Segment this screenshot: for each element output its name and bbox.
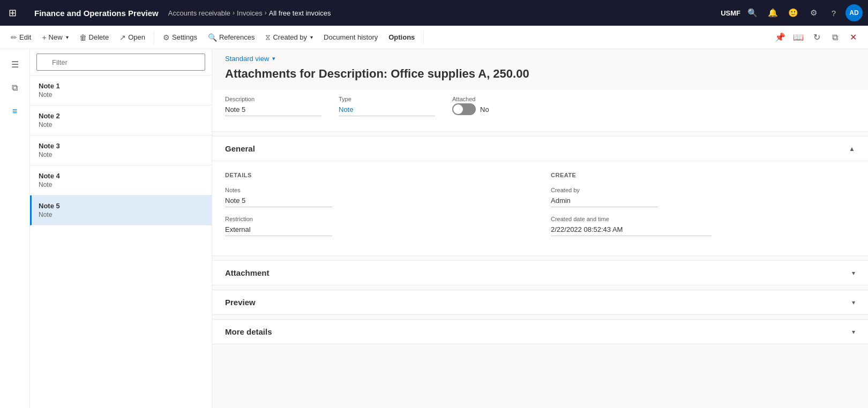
open-button[interactable]: ↗ Open — [115, 29, 149, 46]
created-date-field: Created date and time 2/22/2022 08:52:43… — [551, 216, 855, 236]
edit-icon: ✏ — [11, 33, 17, 42]
close-button[interactable]: ✕ — [844, 29, 862, 46]
note-item[interactable]: Note 2Note — [30, 105, 212, 135]
attachment-accordion: Attachment ▾ — [212, 260, 868, 285]
notes-value: Note 5 — [225, 194, 332, 207]
breadcrumb: Accounts receivable › Invoices › All fre… — [168, 9, 716, 17]
breadcrumb-current: All free text invoices — [269, 9, 331, 17]
created-by-button[interactable]: ⧖ Created by — [261, 29, 317, 46]
attached-label: Attached — [452, 96, 549, 102]
notes-field: Notes Note 5 — [225, 187, 529, 207]
general-accordion: General ▲ DETAILS Notes Note 5 Restricti… — [212, 136, 868, 256]
settings-button[interactable]: ⚙ Settings — [159, 29, 201, 46]
note-item[interactable]: Note 5Note — [30, 195, 212, 225]
left-panel: 🔍 Note 1NoteNote 2NoteNote 3NoteNote 4No… — [30, 49, 212, 408]
open-new-tab-button[interactable]: ⧉ — [826, 29, 843, 46]
note-item-subtitle: Note — [39, 181, 203, 188]
options-button[interactable]: Options — [384, 29, 419, 46]
note-item-subtitle: Note — [39, 151, 203, 158]
standard-view-label[interactable]: Standard view — [225, 55, 269, 63]
new-icon: + — [42, 33, 46, 42]
more-details-accordion-header[interactable]: More details ▾ — [212, 320, 868, 344]
general-chevron-icon: ▲ — [849, 145, 855, 153]
refresh-button[interactable]: ↻ — [808, 29, 825, 46]
main-layout: ☰ ⧉ ≡ 🔍 Note 1NoteNote 2NoteNote 3NoteNo… — [0, 49, 868, 408]
waffle-button[interactable]: ⊞ — [5, 3, 25, 22]
settings-nav-button[interactable]: ⚙ — [805, 4, 822, 21]
settings-icon: ⚙ — [163, 33, 170, 42]
app-title: Finance and Operations Preview — [29, 9, 164, 18]
preview-accordion-header[interactable]: Preview ▾ — [212, 290, 868, 315]
type-value[interactable]: Note — [339, 103, 435, 116]
created-by-value: Admin — [551, 194, 658, 207]
attachment-chevron-icon: ▾ — [852, 269, 855, 277]
preview-accordion: Preview ▾ — [212, 290, 868, 315]
created-by-label: Created by — [551, 187, 855, 193]
created-date-label: Created date and time — [551, 216, 855, 222]
top-nav: ⊞ Finance and Operations Preview Account… — [0, 0, 868, 26]
new-button[interactable]: + New — [38, 29, 72, 46]
note-item-title: Note 3 — [39, 142, 203, 150]
document-history-button[interactable]: Document history — [319, 29, 382, 46]
note-item-subtitle: Note — [39, 211, 203, 218]
attached-text: No — [480, 105, 489, 114]
smiley-button[interactable]: 🙂 — [784, 4, 802, 21]
create-col: CREATE Created by Admin Created date and… — [551, 172, 855, 245]
restriction-label: Restriction — [225, 216, 529, 222]
note-item[interactable]: Note 1Note — [30, 75, 212, 105]
filter-input[interactable] — [36, 54, 205, 71]
create-header: CREATE — [551, 172, 855, 178]
description-label: Description — [225, 96, 321, 102]
more-details-chevron-icon: ▾ — [852, 328, 855, 336]
top-right-nav: USMF 🔍 🔔 🙂 ⚙ ? AD — [721, 4, 863, 21]
action-bar: ✏ Edit + New 🗑 Delete ↗ Open ⚙ Settings … — [0, 26, 868, 49]
breadcrumb-invoices[interactable]: Invoices — [237, 9, 263, 17]
sidebar-list-icon[interactable]: ≡ — [4, 101, 26, 122]
notifications-button[interactable]: 🔔 — [764, 4, 781, 21]
details-header: DETAILS — [225, 172, 529, 178]
general-title: General — [225, 144, 255, 153]
restriction-value: External — [225, 223, 332, 236]
toggle-knob — [453, 104, 463, 114]
panel-title: Attachments for Description: Office supp… — [212, 63, 868, 89]
top-form: Description Note 5 Type Note Attached No — [212, 89, 868, 132]
delete-icon: 🗑 — [79, 33, 87, 42]
more-details-title: More details — [225, 327, 272, 336]
created-date-value: 2/22/2022 08:52:43 AM — [551, 223, 712, 236]
sidebar-menu-icon[interactable]: ☰ — [4, 54, 26, 75]
notes-list: Note 1NoteNote 2NoteNote 3NoteNote 4Note… — [30, 75, 212, 408]
view-selector-bar: Standard view ▾ — [212, 49, 868, 63]
org-label: USMF — [721, 9, 740, 17]
reading-mode-button[interactable]: 📖 — [790, 29, 807, 46]
help-button[interactable]: ? — [825, 4, 842, 21]
attachment-accordion-header[interactable]: Attachment ▾ — [212, 261, 868, 285]
breadcrumb-accounts-receivable[interactable]: Accounts receivable — [168, 9, 230, 17]
avatar[interactable]: AD — [845, 4, 863, 21]
references-button[interactable]: 🔍 References — [204, 29, 259, 46]
note-item-title: Note 4 — [39, 172, 203, 180]
sidebar-filter-icon[interactable]: ⧉ — [4, 77, 26, 99]
top-right-actions: 📌 📖 ↻ ⧉ ✕ — [772, 29, 862, 46]
note-item-title: Note 1 — [39, 82, 203, 90]
attachment-title: Attachment — [225, 268, 270, 277]
restriction-field: Restriction External — [225, 216, 529, 236]
breadcrumb-sep-2: › — [265, 9, 267, 17]
right-panel: Standard view ▾ Attachments for Descript… — [212, 49, 868, 408]
delete-button[interactable]: 🗑 Delete — [75, 29, 114, 46]
general-accordion-header[interactable]: General ▲ — [212, 137, 868, 161]
top-form-row: Description Note 5 Type Note Attached No — [225, 96, 855, 116]
pinned-button[interactable]: 📌 — [772, 29, 789, 46]
search-nav-button[interactable]: 🔍 — [744, 4, 761, 21]
preview-chevron-icon: ▾ — [852, 299, 855, 306]
attached-toggle[interactable] — [452, 103, 476, 115]
general-two-col: DETAILS Notes Note 5 Restriction Externa… — [225, 172, 855, 245]
note-item-title: Note 2 — [39, 112, 203, 120]
note-item[interactable]: Note 3Note — [30, 135, 212, 165]
edit-button[interactable]: ✏ Edit — [6, 29, 35, 46]
type-field: Type Note — [339, 96, 435, 116]
note-item[interactable]: Note 4Note — [30, 165, 212, 195]
references-icon: 🔍 — [208, 33, 217, 42]
preview-title: Preview — [225, 298, 256, 307]
description-field: Description Note 5 — [225, 96, 321, 116]
filter-bar: 🔍 — [30, 49, 212, 75]
